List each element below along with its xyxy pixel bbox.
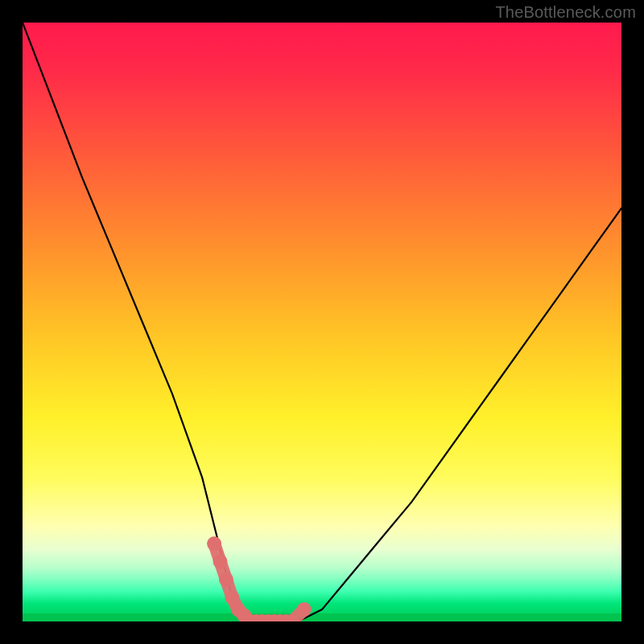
baseline-green-band <box>23 613 621 621</box>
heat-gradient-bg <box>23 23 621 621</box>
plot-area <box>23 23 621 621</box>
chart-frame: TheBottleneck.com <box>0 0 644 644</box>
watermark-text: TheBottleneck.com <box>495 3 636 22</box>
